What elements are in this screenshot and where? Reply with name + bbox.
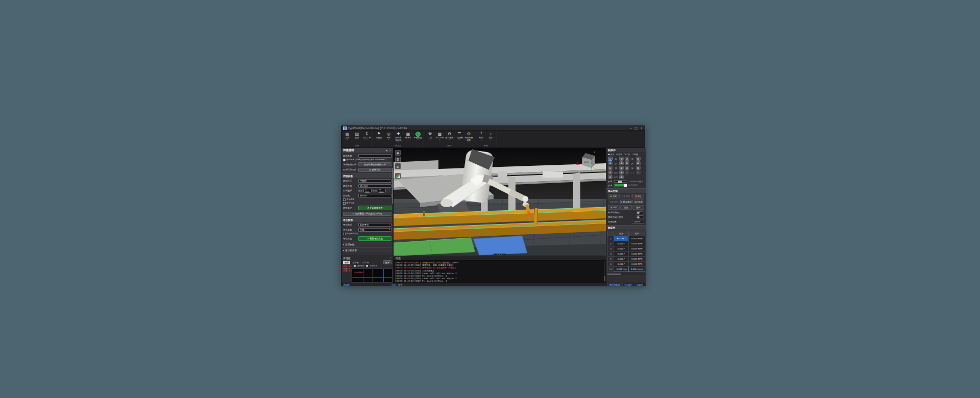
render-settings-icon[interactable]: ⚙	[395, 157, 401, 162]
expand-icon[interactable]: ⛶	[389, 257, 391, 260]
select-curve-seam-button[interactable]: 自动选择添加特殊焊缝	[358, 162, 391, 166]
ribbon-process-params-button[interactable]: ☰工艺参数▾	[455, 131, 463, 141]
jog-minus-J6[interactable]: ⊖	[625, 166, 629, 170]
ribbon-global-params-button[interactable]: ⚙全局参数▾	[445, 131, 454, 141]
weld-pose-button[interactable]: ↺ 更新焊接姿态	[358, 206, 391, 210]
jog-mode-工具[interactable]: 工具	[624, 153, 630, 156]
view-cube[interactable]: BACK X Y Z	[576, 150, 602, 178]
robot-tool-icon[interactable]	[395, 173, 401, 179]
jog-minus-G.X[interactable]: ⊖	[608, 170, 612, 175]
jog-plus-G.X[interactable]: ⊕	[619, 170, 624, 175]
manual-locate-checkbox[interactable]	[343, 233, 346, 235]
jog-settings-link[interactable]: ⚙ 点动设置	[628, 184, 638, 186]
manual-adjust-checkbox[interactable]	[343, 198, 346, 201]
splitter-handle[interactable]	[494, 254, 506, 255]
replay-dock-tab[interactable]: 再现区	[341, 284, 391, 286]
close-icon[interactable]: ×	[640, 126, 643, 130]
jog-minus-J3[interactable]: ⊖	[608, 166, 612, 170]
ribbon-help-button[interactable]: ?帮助▾	[477, 131, 485, 141]
ribbon-seam-library-button[interactable]: ▦焊缝库▾	[404, 131, 412, 141]
table-hscrollbar[interactable]	[607, 273, 645, 275]
jog-plus-J4[interactable]: ⊕	[636, 157, 641, 161]
control-开始-button[interactable]: ▶开始	[608, 194, 620, 198]
speed-slider[interactable]	[614, 184, 627, 187]
seam-name-input[interactable]	[358, 154, 391, 158]
ribbon-camera-button[interactable]: ◎相机▾	[384, 131, 393, 141]
ribbon-view-state-button[interactable]: 视图状态▾	[413, 131, 422, 141]
cancel-icon[interactable]: ×	[385, 148, 388, 153]
ribbon-open-button[interactable]: ▨打开▾	[353, 131, 361, 141]
rotate-angle-input[interactable]: 18.00°	[358, 194, 391, 197]
seam-direction-button[interactable]: ⇄ 反转方向	[358, 168, 391, 172]
dock-tab-TCP监控[interactable]: TCP监控	[622, 283, 634, 286]
ribbon-file-button[interactable]: ▤文件▾	[343, 131, 352, 141]
viewport-3d[interactable]: ◈ ⚙ BACK X Y Z	[394, 148, 606, 256]
locate-type-select[interactable]: 直线▾	[358, 228, 391, 232]
ribbon-import-part-button[interactable]: ↧导入工件▾	[362, 131, 371, 141]
jog-minus-J2[interactable]: ⊖	[608, 161, 612, 165]
apply-icon[interactable]: ✓	[389, 148, 391, 153]
jog-plus-J1[interactable]: ⊕	[619, 157, 624, 161]
jog-plus-J3[interactable]: ⊕	[619, 166, 624, 170]
control-停止-button[interactable]: ■停止	[632, 194, 644, 198]
jog-mode-世界[interactable]: 世界	[616, 153, 623, 156]
backoff-distance-spinner[interactable]: 10mm ⌃⌄	[632, 220, 644, 223]
log-tab-日志[interactable]: 日志	[391, 284, 396, 286]
camera-capture-icon[interactable]	[395, 163, 401, 169]
seam-offset-start-input[interactable]: 0 mm	[363, 189, 372, 192]
jog-minus-J5[interactable]: ⊖	[625, 161, 629, 165]
replay-tab-IO监视[interactable]: IO监视	[361, 261, 371, 264]
seam-reuse-checkbox[interactable]	[343, 159, 346, 161]
locate-pose-button[interactable]: ↺ 更新寻位姿态	[358, 236, 391, 241]
step-slider[interactable]	[614, 180, 627, 183]
jog-plus-J5[interactable]: ⊕	[636, 161, 641, 165]
dock-tab-IO监控[interactable]: IO监控	[634, 283, 645, 286]
toggle-单/四轴联动[interactable]	[636, 211, 644, 214]
seam-length-input[interactable]: 25 mm	[358, 184, 391, 188]
jog-minus-G.Y[interactable]: ⊖	[625, 170, 629, 175]
control-暂停-button[interactable]: ❚❚暂停	[620, 194, 632, 198]
replay-tab-轨迹图[interactable]: 轨迹图	[351, 261, 360, 264]
dock-tab-模拟示教器[interactable]: 模拟示教器	[607, 283, 622, 286]
ribbon-about-button[interactable]: i关于▾	[486, 131, 495, 141]
jog-mode-关节[interactable]: 关节	[608, 153, 615, 156]
replay-tab-图形[interactable]: 图形	[343, 261, 350, 264]
log-tab-报警[interactable]: 报警	[398, 284, 403, 286]
positioner-params-section-header[interactable]: ▸变位机参数	[341, 247, 393, 252]
seam-offset-end-input[interactable]: 0 mm	[378, 189, 386, 192]
show-leadline-checkbox[interactable]	[343, 202, 346, 205]
control-运行轨迹-button[interactable]: 运行轨迹	[632, 200, 644, 204]
ribbon-plc-process-button[interactable]: ▩PLC过程▾	[435, 131, 444, 141]
ribbon-seam-init-button[interactable]: ✚焊缝库 初始化▾	[394, 131, 403, 143]
log-scrollbar[interactable]	[604, 261, 605, 282]
jog-mode-基座[interactable]: 基座	[632, 153, 639, 156]
minimize-icon[interactable]: −	[629, 126, 632, 130]
control-输出-button[interactable]: 输出	[632, 205, 644, 210]
ribbon-teach-point-button[interactable]: ⚑示教点▾	[375, 131, 383, 141]
ribbon-tools-button[interactable]: ⚒工具▾	[426, 131, 434, 141]
jog-plus-J6[interactable]: ⊕	[636, 166, 641, 170]
control-清空-button[interactable]: 清空	[620, 205, 632, 210]
control-回退-button[interactable]: ◀◀回退	[608, 200, 620, 204]
jog-plus-J2[interactable]: ⊕	[619, 161, 624, 165]
toggle-模拟式运行模式[interactable]	[636, 215, 644, 218]
seam-name-row: 焊缝名称	[343, 154, 391, 158]
maximize-icon[interactable]: □	[634, 126, 638, 130]
ribbon-adv-weld-params-button[interactable]: ⚙高级焊接参数▾	[464, 131, 473, 143]
jog-minus-G.Z[interactable]: ⊖	[608, 175, 612, 179]
locate-mode-select[interactable]: 起始寻位▾	[358, 223, 391, 227]
jog-plus-G.Z[interactable]: ⊕	[619, 175, 624, 179]
jog-minus-J4[interactable]: ⊖	[625, 157, 629, 161]
reset-button[interactable]: 重置	[383, 260, 391, 264]
control-断点复位-button[interactable]: ▶断点复位	[620, 200, 632, 204]
jog-minus-J1[interactable]: ⊖	[608, 157, 612, 161]
fit-view-icon[interactable]: ◈	[395, 150, 401, 156]
jog-plus-G.Y[interactable]: ⊕	[636, 170, 641, 175]
weld-panel-scrollbar[interactable]	[392, 153, 393, 256]
checkbox-监控轨迹[interactable]	[366, 265, 368, 267]
seam-position-select[interactable]: 平焊缝▾	[358, 179, 391, 183]
weave-params-section-header[interactable]: ▸摆焊参数	[341, 242, 393, 246]
checkbox-显示坐标[interactable]	[354, 265, 356, 267]
control-回零-button[interactable]: ◉回零	[608, 205, 620, 210]
sync-pose-button[interactable]: ↺ 同步更新焊缝姿态与(Y)方向	[343, 212, 391, 216]
